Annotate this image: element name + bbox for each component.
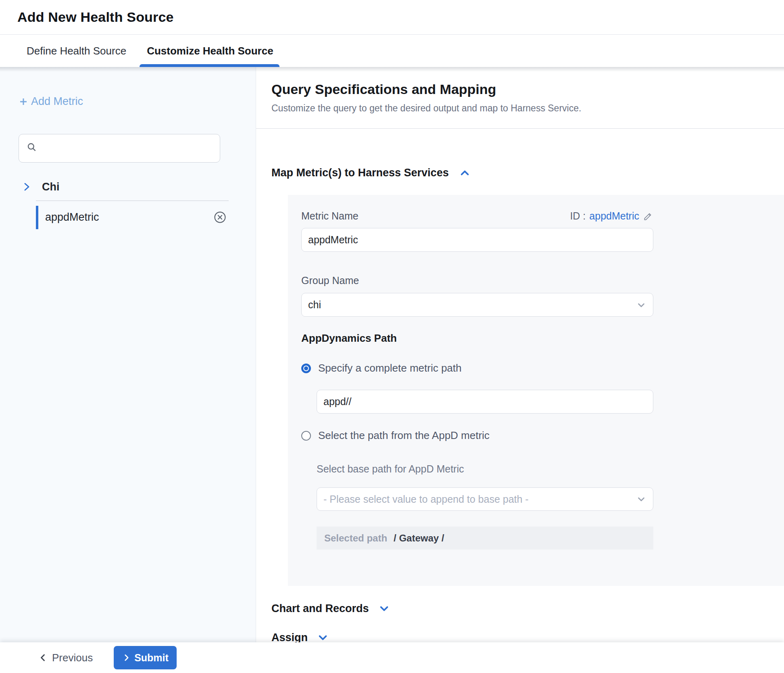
selected-path-label: Selected path (324, 533, 387, 544)
selected-path-value: / Gateway / (394, 533, 444, 544)
metrics-sidebar: Add Metric Chi appdMetric (0, 67, 256, 642)
expand-assign-button[interactable] (317, 632, 328, 642)
chevron-right-icon (122, 653, 131, 662)
appdynamics-path-label: AppDynamics Path (301, 332, 784, 345)
metric-mapping-card: Metric Name ID : appdMetric Group Name (288, 195, 784, 586)
query-specifications-panel: Query Specifications and Mapping Customi… (256, 67, 784, 642)
main-heading-block: Query Specifications and Mapping Customi… (256, 82, 784, 114)
delete-metric-button[interactable] (214, 211, 226, 224)
selected-path-display: Selected path / Gateway / (317, 527, 653, 550)
group-name-select[interactable]: chi (301, 293, 653, 317)
metric-group-chi[interactable]: Chi (22, 181, 256, 193)
chevron-down-icon (636, 300, 646, 310)
chart-and-records-title: Chart and Records (271, 602, 369, 615)
edit-id-button[interactable] (643, 211, 653, 222)
chevron-down-icon (636, 494, 646, 504)
complete-metric-path-input[interactable] (317, 390, 653, 414)
map-metrics-title: Map Metric(s) to Harness Services (271, 167, 449, 179)
tab-customize-health-source[interactable]: Customize Health Source (147, 35, 273, 67)
metric-name-input[interactable] (301, 228, 653, 252)
assign-title: Assign (271, 631, 308, 642)
radio-select-appd-path[interactable]: Select the path from the AppD metric (301, 429, 784, 442)
id-value[interactable]: appdMetric (589, 210, 639, 222)
id-prefix: ID : (570, 210, 586, 222)
base-path-placeholder: - Please select value to append to base … (323, 493, 529, 505)
assign-section-header: Assign (256, 631, 784, 642)
pencil-icon (643, 211, 653, 222)
tab-bar: Define Health Source Customize Health So… (0, 35, 784, 67)
group-name-value: chi (308, 299, 321, 311)
expand-chart-records-button[interactable] (379, 603, 390, 614)
collapse-map-metrics-button[interactable] (459, 167, 470, 178)
sidebar-item-appdmetric[interactable]: appdMetric (36, 206, 229, 229)
search-icon (27, 142, 37, 154)
metric-item-label: appdMetric (45, 211, 99, 224)
section-heading: Query Specifications and Mapping (271, 82, 784, 97)
chevron-down-icon (317, 632, 328, 642)
radio-selected-icon[interactable] (301, 364, 311, 373)
tab-label: Customize Health Source (147, 45, 273, 57)
add-metric-button[interactable]: Add Metric (19, 95, 83, 108)
chart-and-records-section-header: Chart and Records (256, 602, 784, 615)
radio-select-label: Select the path from the AppD metric (318, 429, 490, 442)
metric-name-label-row: Metric Name ID : appdMetric (301, 210, 653, 222)
add-health-source-dialog: Add New Health Source Define Health Sour… (0, 0, 784, 673)
section-subheading: Customize the query to get the desired o… (271, 103, 784, 114)
metric-search-input[interactable] (42, 142, 212, 154)
radio-specify-metric-path[interactable]: Specify a complete metric path (301, 362, 784, 374)
tab-define-health-source[interactable]: Define Health Source (27, 35, 126, 67)
tab-label: Define Health Source (27, 45, 126, 57)
dialog-footer: Previous Submit (0, 642, 784, 673)
group-label: Chi (42, 181, 60, 193)
base-path-select[interactable]: - Please select value to append to base … (317, 487, 653, 511)
metric-id-display: ID : appdMetric (570, 210, 653, 222)
base-path-label: Select base path for AppD Metric (317, 463, 784, 475)
plus-icon (19, 97, 28, 107)
chevron-up-icon (459, 167, 470, 178)
heading-divider (256, 128, 784, 129)
map-metrics-section-header: Map Metric(s) to Harness Services (256, 167, 784, 179)
previous-button[interactable]: Previous (38, 652, 93, 664)
sidebar-divider (36, 201, 229, 201)
radio-specify-label: Specify a complete metric path (318, 362, 462, 374)
chevron-left-icon (38, 653, 48, 663)
chevron-right-icon (22, 182, 31, 192)
metric-name-label: Metric Name (301, 210, 359, 222)
circled-x-icon (214, 211, 226, 224)
submit-button[interactable]: Submit (114, 646, 177, 669)
radio-unselected-icon[interactable] (301, 431, 311, 441)
group-name-label: Group Name (301, 275, 784, 286)
page-title: Add New Health Source (17, 9, 174, 25)
previous-label: Previous (52, 652, 93, 664)
dialog-body: Add Metric Chi appdMetric (0, 67, 784, 642)
add-metric-label: Add Metric (31, 95, 83, 108)
submit-label: Submit (134, 652, 169, 664)
metric-search-box (19, 134, 220, 163)
dialog-header: Add New Health Source (0, 0, 784, 35)
chevron-down-icon (379, 603, 390, 614)
